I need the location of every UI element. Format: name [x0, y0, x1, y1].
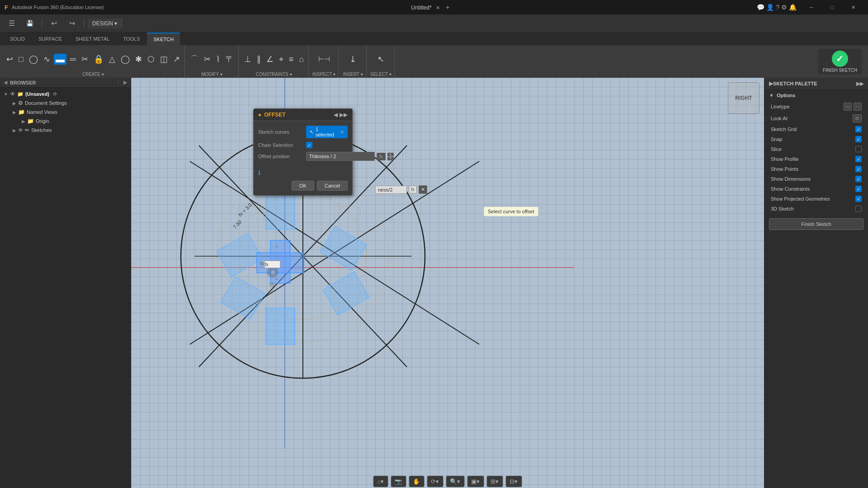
create-more-btn[interactable]: ↗: [171, 54, 182, 64]
new-tab-btn[interactable]: +: [446, 4, 449, 11]
constraints-label[interactable]: CONSTRAINTS ▾: [256, 72, 292, 77]
offset-fx-inline-btn[interactable]: fx: [409, 186, 417, 193]
offset-stepper[interactable]: ▲ ▼: [387, 153, 394, 160]
tree-item-sketches[interactable]: ▶ 👁 ✏ Sketches: [0, 126, 131, 135]
view-cube[interactable]: RIGHT: [728, 82, 760, 114]
modify-fillet-btn[interactable]: ⌒: [189, 54, 200, 64]
sketch-grid-checkbox[interactable]: ✓: [855, 126, 862, 132]
tab-tools[interactable]: TOOLS: [117, 33, 146, 45]
show-dimensions-checkbox[interactable]: ✓: [855, 176, 862, 182]
view-camera-btn[interactable]: 📷: [391, 476, 406, 487]
tab-sheet-metal[interactable]: SHEET METAL: [69, 33, 116, 45]
show-constraints-checkbox[interactable]: ✓: [855, 186, 862, 192]
look-at-btn[interactable]: ⊡: [853, 114, 862, 122]
view-display-btn[interactable]: ▣▾: [467, 476, 484, 487]
notification-btn[interactable]: 💬: [757, 4, 764, 11]
settings-btn[interactable]: ⚙: [781, 4, 787, 11]
create-slot-btn[interactable]: ◫: [158, 54, 170, 64]
undo-btn[interactable]: ↩: [46, 15, 62, 32]
show-profile-checkbox[interactable]: ✓: [855, 156, 862, 162]
3d-sketch-checkbox[interactable]: [855, 206, 862, 212]
clear-selection-btn[interactable]: ✕: [340, 129, 344, 135]
create-line-btn[interactable]: ↩: [5, 54, 15, 64]
tree-item-origin[interactable]: ▶ 📁 Origin: [0, 117, 131, 126]
maximize-btn[interactable]: □: [822, 0, 843, 14]
con-par-btn[interactable]: ∥: [255, 54, 263, 64]
stepper-down[interactable]: ▼: [387, 157, 394, 160]
view-cube-right[interactable]: RIGHT: [728, 82, 760, 114]
slice-checkbox[interactable]: [855, 146, 862, 152]
chain-selection-checkbox[interactable]: ✓: [306, 142, 312, 148]
design-dropdown[interactable]: DESIGN ▾: [88, 19, 122, 28]
browser-expand-btn[interactable]: ▶: [123, 80, 127, 85]
modify-more-btn[interactable]: 〒: [224, 54, 236, 64]
offset-ok-btn[interactable]: OK: [292, 181, 314, 191]
view-zoom-btn[interactable]: 🔍▾: [446, 476, 464, 487]
create-arc-btn[interactable]: ∿: [42, 54, 52, 64]
help-btn[interactable]: ?: [776, 4, 779, 11]
browser-options-btn[interactable]: ⋮: [116, 80, 121, 85]
create-circle-btn[interactable]: ◯: [27, 54, 40, 64]
create-ellipse-btn[interactable]: ◯: [119, 54, 132, 64]
selected-badge[interactable]: ↖ 1 selected ✕: [306, 126, 348, 138]
offset-fx-btn[interactable]: fx: [377, 153, 386, 160]
create-trim-btn[interactable]: ✂: [80, 54, 90, 64]
con-tan-btn[interactable]: ∠: [264, 54, 275, 64]
offset-value-input[interactable]: [375, 186, 407, 194]
close-doc-btn[interactable]: ✕: [436, 5, 440, 10]
tree-item-doc-settings[interactable]: ▶ ⚙ Document Settings: [0, 99, 131, 108]
canvas[interactable]: 7.50 fx = 3.0... ⊕ fx fx ⊥ ⊥ ⊕ fx ✕ Sele: [131, 78, 764, 488]
hamburger-btn[interactable]: ☰: [4, 15, 20, 32]
view-home-btn[interactable]: ⌂▾: [373, 476, 388, 487]
create-star-btn[interactable]: ✱: [133, 54, 144, 64]
insert-image-btn[interactable]: ⤓: [348, 54, 358, 64]
con-coin-btn[interactable]: ⌖: [277, 54, 285, 64]
con-perp-btn[interactable]: ⊥: [242, 54, 253, 64]
con-equal-btn[interactable]: ≡: [287, 54, 296, 64]
modify-break-btn[interactable]: ⌇: [214, 54, 222, 64]
create-hex-btn[interactable]: ⬡: [146, 54, 156, 64]
offset-value-field[interactable]: [306, 152, 375, 161]
modify-trim-btn[interactable]: ✂: [202, 54, 212, 64]
user-btn[interactable]: 👤: [766, 4, 774, 11]
tab-surface[interactable]: SURFACE: [32, 33, 68, 45]
linetype-dashed-btn[interactable]: - -: [854, 103, 862, 111]
close-btn[interactable]: ✕: [843, 0, 863, 14]
save-btn[interactable]: 💾: [22, 15, 38, 32]
create-label[interactable]: CREATE ▾: [82, 72, 104, 77]
offset-cancel-btn[interactable]: Cancel: [317, 181, 348, 191]
linetype-solid-btn[interactable]: —: [844, 103, 852, 111]
visibility-eye2[interactable]: 👁: [18, 127, 23, 133]
select-label[interactable]: SELECT ▾: [370, 72, 392, 77]
create-lock-btn[interactable]: 🔒: [92, 54, 105, 64]
tab-sketch[interactable]: SKETCH: [147, 33, 180, 45]
dialog-expand-btn[interactable]: ▶▶: [340, 112, 348, 118]
tree-item-named-views[interactable]: ▶ 📁 Named Views: [0, 108, 131, 117]
con-fix-btn[interactable]: ⌂: [297, 54, 306, 64]
browser-collapse-btn[interactable]: ◀: [4, 80, 7, 85]
visibility-eye[interactable]: 👁: [10, 91, 15, 97]
view-grid-btn[interactable]: ⊞▾: [486, 476, 503, 487]
tree-item-root[interactable]: ▼ 👁 📁 (Unsaved) ⟳: [0, 89, 131, 99]
snap-checkbox[interactable]: ✓: [855, 136, 862, 142]
inspect-label[interactable]: INSPECT ▾: [312, 72, 335, 77]
create-mirror-btn[interactable]: ═: [68, 54, 78, 64]
select-tool-btn[interactable]: ↖: [376, 54, 386, 64]
offset-inline-input[interactable]: fx ✕: [375, 185, 427, 194]
dialog-back-btn[interactable]: ◀: [334, 112, 338, 118]
tab-solid[interactable]: SOLID: [4, 33, 31, 45]
inspect-measure-btn[interactable]: ⊢⊣: [316, 55, 332, 63]
show-points-checkbox[interactable]: ✓: [855, 166, 862, 172]
view-more-btn[interactable]: ⊟▾: [505, 476, 522, 487]
create-rect-btn[interactable]: □: [17, 54, 25, 64]
view-pan-btn[interactable]: ✋: [409, 476, 424, 487]
minimize-btn[interactable]: ─: [801, 0, 822, 14]
stepper-up[interactable]: ▲: [387, 153, 394, 156]
redo-btn[interactable]: ↪: [64, 15, 80, 32]
create-tri-btn[interactable]: △: [107, 54, 117, 64]
offset-close-inline-btn[interactable]: ✕: [419, 185, 427, 194]
create-offset-btn[interactable]: ▬: [54, 54, 66, 65]
modify-label[interactable]: MODIFY ▾: [201, 72, 222, 77]
bell-btn[interactable]: 🔔: [789, 4, 797, 11]
show-projected-checkbox[interactable]: ✓: [855, 196, 862, 202]
